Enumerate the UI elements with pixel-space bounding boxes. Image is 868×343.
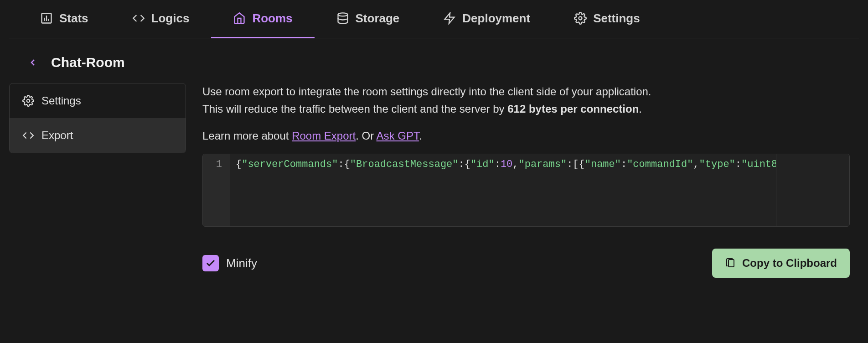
code-editor[interactable]: 1 {"serverCommands":{"BroadcastMessage":… [202,154,850,227]
clipboard-icon [725,258,736,269]
minify-checkbox[interactable]: Minify [202,255,257,271]
learn-more-text: Learn more about Room Export. Or Ask GPT… [202,127,850,145]
tab-rooms[interactable]: Rooms [211,0,314,38]
gear-icon [574,12,587,25]
tab-settings[interactable]: Settings [552,0,662,38]
svg-rect-8 [728,260,734,267]
tab-logics[interactable]: Logics [110,0,212,38]
back-chevron-icon[interactable] [27,57,38,68]
room-export-link[interactable]: Room Export [292,130,356,142]
code-gutter: 1 [203,154,230,226]
copy-to-clipboard-button[interactable]: Copy to Clipboard [712,249,850,278]
sidenav-item-label: Export [41,129,73,142]
code-content[interactable]: {"serverCommands":{"BroadcastMessage":{"… [230,154,776,226]
tab-stats[interactable]: Stats [18,0,110,38]
code-icon [132,12,145,25]
sidenav-item-label: Settings [41,94,81,107]
description-text: Use room export to integrate the room se… [202,83,850,118]
footer-row: Minify Copy to Clipboard [202,249,850,278]
ask-gpt-link[interactable]: Ask GPT [377,130,419,142]
content: Use room export to integrate the room se… [202,83,859,278]
svg-point-4 [338,13,347,16]
side-nav: Settings Export [9,83,186,153]
bolt-icon [443,12,456,25]
svg-point-7 [27,99,30,103]
tab-label: Deployment [462,11,530,26]
bar-chart-icon [40,12,53,25]
tab-label: Stats [59,11,88,26]
tab-label: Settings [593,11,640,26]
code-minimap[interactable] [776,154,849,226]
tab-deployment[interactable]: Deployment [421,0,552,38]
checkbox-box [202,255,219,271]
breadcrumb: Chat-Room [0,38,868,83]
copy-button-label: Copy to Clipboard [742,257,837,270]
sidenav-item-settings[interactable]: Settings [10,83,186,118]
page-title: Chat-Room [51,55,125,70]
tab-label: Storage [356,11,400,26]
tab-storage[interactable]: Storage [315,0,422,38]
gear-icon [22,95,34,107]
line-number: 1 [211,159,222,170]
svg-point-6 [579,17,582,20]
tab-label: Rooms [252,11,292,26]
check-icon [205,258,216,269]
code-icon [22,130,34,141]
sidenav-item-export[interactable]: Export [10,118,186,153]
svg-marker-5 [445,13,455,23]
minify-label: Minify [226,256,257,270]
database-icon [336,12,349,25]
main-layout: Settings Export Use room export to integ… [0,83,868,278]
tab-label: Logics [151,11,190,26]
home-icon [233,12,246,25]
top-tabs: Stats Logics Rooms Storage Deployment Se… [9,0,859,38]
